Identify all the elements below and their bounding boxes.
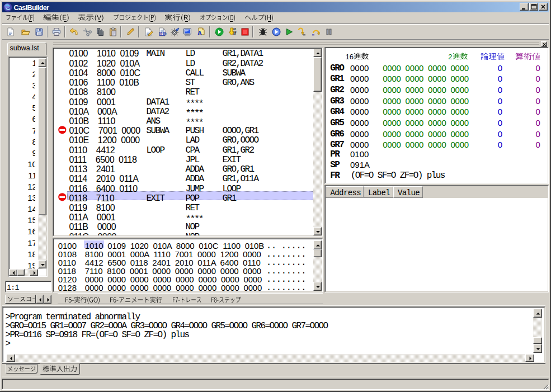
svg-text:01: 01 [233,33,237,36]
svg-text:A: A [197,30,202,36]
